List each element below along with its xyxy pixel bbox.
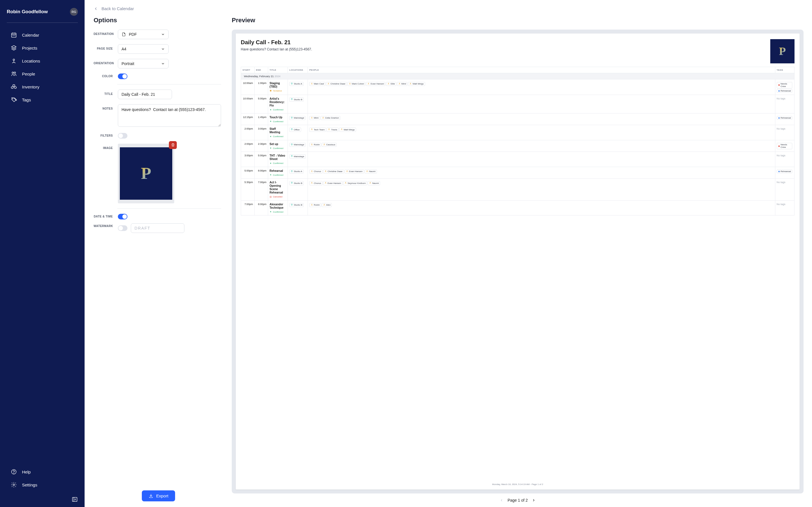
col-title: TITLE xyxy=(268,67,288,73)
svg-point-49 xyxy=(312,182,312,183)
watermark-input[interactable] xyxy=(131,223,185,233)
pager-label: Page 1 of 2 xyxy=(507,498,528,503)
logo-p-icon: P xyxy=(141,164,151,183)
svg-point-29 xyxy=(292,117,292,117)
nav-label: Help xyxy=(22,469,31,474)
svg-point-14 xyxy=(13,484,15,486)
user-name: Robin Goodfellow xyxy=(7,9,48,15)
svg-point-4 xyxy=(13,35,13,36)
label-title: TITLE xyxy=(94,90,113,96)
svg-point-38 xyxy=(324,144,324,144)
orientation-select[interactable]: Portrait xyxy=(118,59,168,68)
col-start: START xyxy=(241,67,255,73)
pager-prev-button[interactable] xyxy=(500,498,504,502)
destination-value: PDF xyxy=(129,32,137,37)
divider xyxy=(117,84,221,84)
preview-pane: Preview Daily Call - Feb. 21 Have questi… xyxy=(232,17,804,507)
nav-label: Calendar xyxy=(22,33,39,38)
svg-point-5 xyxy=(14,35,14,36)
nav-inventory[interactable]: Inventory xyxy=(7,81,78,93)
orientation-value: Portrait xyxy=(121,61,134,66)
table-row: 3:00pm5:00pmTHT - Video ShootConfirmedMa… xyxy=(241,152,795,167)
preview-document-wrap: Daily Call - Feb. 21 Have questions? Con… xyxy=(232,30,804,494)
avatar[interactable]: RG xyxy=(70,8,78,16)
table-date-row: Wednesday, February 21 2024 xyxy=(241,73,795,79)
file-icon xyxy=(121,32,126,37)
back-label: Back to Calendar xyxy=(101,6,134,11)
svg-point-9 xyxy=(12,72,14,74)
svg-point-53 xyxy=(292,204,292,205)
svg-point-33 xyxy=(312,129,312,129)
table-row: 2:00pm2:30pmSet upConfirmedMainstageRobi… xyxy=(241,140,795,152)
chevron-down-icon xyxy=(161,62,165,66)
datetime-toggle[interactable] xyxy=(118,214,128,219)
svg-point-51 xyxy=(345,182,346,183)
svg-point-28 xyxy=(292,99,292,99)
svg-point-37 xyxy=(312,144,312,144)
col-end: END xyxy=(255,67,268,73)
svg-point-43 xyxy=(347,170,347,171)
calendar-table: START END TITLE LOCATIONS PEOPLE TAGS We… xyxy=(241,67,795,216)
nav-projects[interactable]: Projects xyxy=(7,42,78,54)
delete-image-button[interactable] xyxy=(169,141,177,149)
svg-point-35 xyxy=(342,129,342,129)
svg-point-50 xyxy=(325,182,326,183)
collapse-sidebar-icon[interactable] xyxy=(71,496,78,503)
options-pane: Options DESTINATION PDF PAGE SIZE A4 ORI… xyxy=(94,17,223,507)
label-datetime: DATE & TIME xyxy=(94,214,113,218)
main: Back to Calendar Options DESTINATION PDF… xyxy=(85,0,812,507)
svg-point-52 xyxy=(370,182,370,183)
table-row: 10:00am1:00pmStaging (TBD)TentativeStudi… xyxy=(241,79,795,95)
watermark-toggle[interactable] xyxy=(118,225,128,231)
pin-icon xyxy=(11,58,17,64)
preview-pager: Page 1 of 2 xyxy=(232,494,804,507)
people-icon xyxy=(11,71,17,77)
label-color: COLOR xyxy=(94,73,113,78)
svg-point-20 xyxy=(292,83,292,83)
label-image: IMAGE xyxy=(94,144,113,150)
filters-toggle[interactable] xyxy=(118,133,128,138)
pagesize-select[interactable]: A4 xyxy=(118,44,168,54)
notes-textarea[interactable]: Have questions? Contact Ian at (555)123-… xyxy=(118,104,221,127)
svg-point-27 xyxy=(410,83,411,83)
nav-label: Inventory xyxy=(22,84,40,89)
color-toggle[interactable] xyxy=(118,73,128,79)
title-input[interactable] xyxy=(118,90,172,99)
chevron-down-icon xyxy=(161,47,165,51)
destination-select[interactable]: PDF xyxy=(118,30,168,39)
nav-people[interactable]: People xyxy=(7,68,78,80)
table-row: 5:30pm7:00pmAct I- Opening Scene Rehears… xyxy=(241,179,795,201)
table-row: 2:00pm3:00pmStaff MeetingConfirmedOffice… xyxy=(241,125,795,140)
nav-tags[interactable]: Tags xyxy=(7,94,78,106)
svg-point-36 xyxy=(292,144,292,144)
nav-help[interactable]: Help xyxy=(7,466,78,478)
export-label: Export xyxy=(156,494,168,498)
svg-point-8 xyxy=(13,59,15,61)
nav-label: Projects xyxy=(22,46,37,50)
doc-notes: Have questions? Contact Ian at (555)123-… xyxy=(241,47,766,51)
col-locations: LOCATIONS xyxy=(288,67,308,73)
svg-point-11 xyxy=(12,98,13,99)
nav-settings[interactable]: Settings xyxy=(7,479,78,491)
nav-calendar[interactable]: Calendar xyxy=(7,29,78,41)
svg-point-25 xyxy=(388,83,389,83)
layers-icon xyxy=(11,45,17,51)
svg-point-42 xyxy=(325,170,326,171)
main-nav: Calendar Projects Locations People Inven… xyxy=(7,29,78,106)
table-header-row: START END TITLE LOCATIONS PEOPLE TAGS xyxy=(241,67,795,73)
export-button[interactable]: Export xyxy=(142,490,175,501)
svg-point-26 xyxy=(399,83,400,83)
image-thumbnail[interactable]: P xyxy=(118,144,174,203)
nav-locations[interactable]: Locations xyxy=(7,55,78,67)
trash-icon xyxy=(171,143,175,147)
svg-point-22 xyxy=(328,83,329,83)
label-watermark: WATERMARK xyxy=(94,223,113,228)
back-to-calendar-link[interactable]: Back to Calendar xyxy=(94,6,134,11)
svg-point-34 xyxy=(329,129,329,129)
help-icon xyxy=(11,469,17,475)
pager-next-button[interactable] xyxy=(532,498,536,502)
svg-point-30 xyxy=(312,117,312,117)
svg-point-55 xyxy=(324,204,324,205)
chevron-left-icon xyxy=(94,6,98,11)
svg-point-41 xyxy=(312,170,312,171)
